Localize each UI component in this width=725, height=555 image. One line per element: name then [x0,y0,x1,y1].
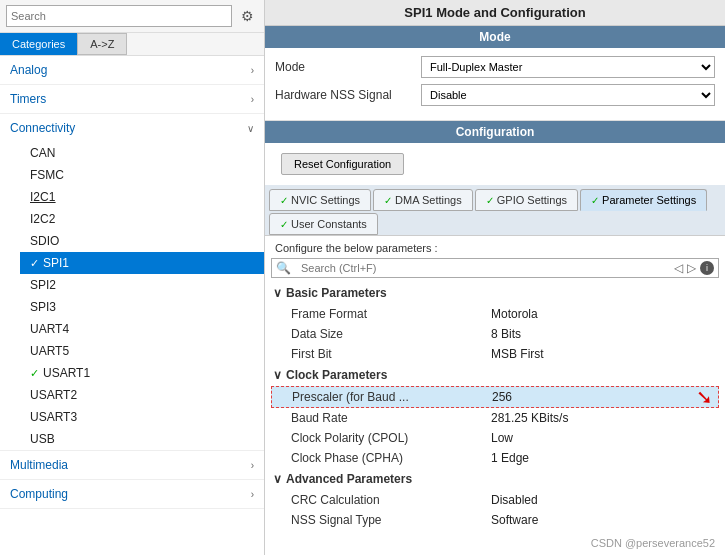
param-row-cpha: Clock Phase (CPHA) 1 Edge [271,448,719,468]
tab-user-constants[interactable]: ✓ User Constants [269,213,378,235]
param-name: First Bit [291,347,491,361]
nav-item-spi1[interactable]: ✓SPI1 [20,252,264,274]
basic-params-label: Basic Parameters [286,286,387,300]
chevron-right-icon: › [251,460,254,471]
group-connectivity: Connectivity ∨ CAN FSMC I2C1 I2C2 SDIO ✓… [0,114,264,451]
param-row-nss-signal: NSS Signal Type Software [271,510,719,530]
next-icon[interactable]: ▷ [687,261,696,275]
item-label: USART3 [30,410,77,424]
param-value: Motorola [491,307,538,321]
nav-item-uart4[interactable]: UART4 [20,318,264,340]
param-name: CRC Calculation [291,493,491,507]
param-value: Low [491,431,513,445]
nav-item-sdio[interactable]: SDIO [20,230,264,252]
item-label: SPI1 [43,256,69,270]
config-section-header: Configuration [265,121,725,143]
group-multimedia-header[interactable]: Multimedia › [0,451,264,479]
param-row-cpol: Clock Polarity (CPOL) Low [271,428,719,448]
param-row-prescaler[interactable]: Prescaler (for Baud ... 256 [271,386,719,408]
tab-dma-settings[interactable]: ✓ DMA Settings [373,189,473,211]
params-search-input[interactable] [295,259,670,277]
param-value: 8 Bits [491,327,521,341]
item-label: UART5 [30,344,69,358]
nav-item-usart1[interactable]: ✓USART1 [20,362,264,384]
nav-item-usart2[interactable]: USART2 [20,384,264,406]
check-icon: ✓ [30,257,39,270]
group-computing: Computing › [0,480,264,509]
group-timers-header[interactable]: Timers › [0,85,264,113]
group-connectivity-label: Connectivity [10,121,75,135]
nav-item-usart3[interactable]: USART3 [20,406,264,428]
hw-nss-row: Hardware NSS Signal Disable Enable [275,84,715,106]
tab-parameter-settings[interactable]: ✓ Parameter Settings [580,189,707,211]
reset-config-button[interactable]: Reset Configuration [281,153,404,175]
tab-label: User Constants [291,218,367,230]
param-row-first-bit: First Bit MSB First [271,344,719,364]
nav-item-i2c2[interactable]: I2C2 [20,208,264,230]
item-label: SDIO [30,234,59,248]
param-name: Data Size [291,327,491,341]
param-value: 256 [492,390,512,404]
group-timers-label: Timers [10,92,46,106]
chevron-down-icon: ∨ [247,123,254,134]
mode-select[interactable]: Full-Duplex Master Half-Duplex Master Re… [421,56,715,78]
param-value: MSB First [491,347,544,361]
param-row-data-size: Data Size 8 Bits [271,324,719,344]
nav-item-spi3[interactable]: SPI3 [20,296,264,318]
search-bar: ⚙ [0,0,264,33]
mode-row: Mode Full-Duplex Master Half-Duplex Mast… [275,56,715,78]
check-icon: ✓ [280,219,288,230]
chevron-right-icon: › [251,489,254,500]
param-value: 281.25 KBits/s [491,411,568,425]
group-connectivity-header[interactable]: Connectivity ∨ [0,114,264,142]
nav-item-fsmc[interactable]: FSMC [20,164,264,186]
group-computing-label: Computing [10,487,68,501]
hw-nss-label: Hardware NSS Signal [275,88,415,102]
clock-params-label: Clock Parameters [286,368,387,382]
tab-label: NVIC Settings [291,194,360,206]
nav-item-uart5[interactable]: UART5 [20,340,264,362]
nav-item-can[interactable]: CAN [20,142,264,164]
tab-label: Parameter Settings [602,194,696,206]
advanced-params-header[interactable]: ∨ Advanced Parameters [271,468,719,490]
param-row-crc: CRC Calculation Disabled [271,490,719,510]
check-icon: ✓ [280,195,288,206]
item-label: USART1 [43,366,90,380]
mode-label: Mode [275,60,415,74]
tab-nvic-settings[interactable]: ✓ NVIC Settings [269,189,371,211]
param-name: Baud Rate [291,411,491,425]
item-label: I2C2 [30,212,55,226]
prev-icon[interactable]: ◁ [674,261,683,275]
nav-list: Analog › Timers › Connectivity ∨ CAN FSM… [0,56,264,555]
basic-params-header[interactable]: ∨ Basic Parameters [271,282,719,304]
tab-gpio-settings[interactable]: ✓ GPIO Settings [475,189,578,211]
advanced-params-label: Advanced Parameters [286,472,412,486]
param-row-baud-rate: Baud Rate 281.25 KBits/s [271,408,719,428]
group-analog-header[interactable]: Analog › [0,56,264,84]
nav-item-i2c1[interactable]: I2C1 [20,186,264,208]
param-name: Prescaler (for Baud ... [292,390,492,404]
group-computing-header[interactable]: Computing › [0,480,264,508]
arrow-indicator: ➘ [696,385,713,409]
collapse-icon: ∨ [273,286,282,300]
tab-label: GPIO Settings [497,194,567,206]
item-label: SPI3 [30,300,56,314]
nav-item-usb[interactable]: USB [20,428,264,450]
params-hint: Configure the below parameters : [271,240,719,258]
clock-params-header[interactable]: ∨ Clock Parameters [271,364,719,386]
params-search-row: 🔍 ◁ ▷ i [271,258,719,278]
nav-item-spi2[interactable]: SPI2 [20,274,264,296]
param-row-frame-format: Frame Format Motorola [271,304,719,324]
item-label: CAN [30,146,55,160]
chevron-right-icon: › [251,94,254,105]
gear-button[interactable]: ⚙ [236,5,258,27]
group-timers: Timers › [0,85,264,114]
panel-title: SPI1 Mode and Configuration [265,0,725,26]
tab-categories[interactable]: Categories [0,33,77,55]
search-input[interactable] [6,5,232,27]
tab-label: DMA Settings [395,194,462,206]
hw-nss-select[interactable]: Disable Enable [421,84,715,106]
mode-section: Mode Full-Duplex Master Half-Duplex Mast… [265,48,725,121]
item-label: USART2 [30,388,77,402]
tab-atoz[interactable]: A->Z [77,33,127,55]
